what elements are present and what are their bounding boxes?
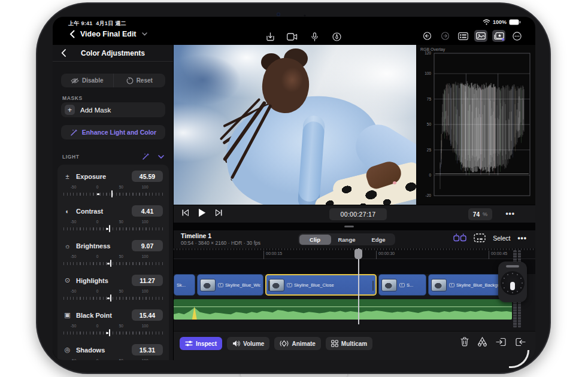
panel-back-icon[interactable] — [61, 49, 66, 57]
svg-text:25: 25 — [427, 148, 432, 152]
slider-thumb[interactable] — [110, 294, 111, 302]
effects-badge — [502, 38, 504, 41]
timeline-bottom-bar: InspectVolumeAnimateMulticam — [174, 331, 535, 360]
svg-text:-20: -20 — [426, 193, 432, 197]
connect-clips-icon[interactable] — [453, 233, 466, 242]
play-icon[interactable] — [198, 208, 206, 217]
blade-icon[interactable] — [477, 337, 487, 346]
timeline-clip[interactable]: Sk... — [174, 274, 195, 296]
timeline-clip[interactable]: S... — [378, 274, 426, 296]
overwrite-icon[interactable] — [515, 338, 526, 346]
svg-text:0: 0 — [429, 173, 431, 177]
slider-tick-labels: -50050100 — [63, 358, 163, 360]
jog-wheel-panel[interactable] — [498, 262, 527, 302]
import-icon[interactable] — [263, 31, 277, 42]
timeline-subtitle: 00:54 · 3840 × 2160 · HDR · 30 fps — [181, 240, 260, 246]
enhance-light-color-button[interactable]: Enhance Light and Color — [61, 125, 165, 139]
masks-section-label: MASKS — [62, 95, 83, 101]
transport-bar: 00:00:27:17 74% ••• — [174, 205, 535, 223]
slider-shadows[interactable]: ◎ Shadows 15.31 -50050100 — [63, 344, 163, 360]
back-icon[interactable] — [69, 30, 75, 38]
slider-value[interactable]: 4.41 — [132, 205, 163, 217]
light-auto-wand-icon[interactable] — [142, 153, 150, 160]
slider-value[interactable]: 9.07 — [132, 240, 163, 251]
next-frame-icon[interactable] — [216, 209, 222, 216]
project-title[interactable]: Video Final Edit — [80, 30, 137, 38]
playhead-handle[interactable] — [354, 249, 362, 259]
light-section-header[interactable]: LIGHT — [62, 153, 164, 160]
panel-title: Color Adjustments — [81, 49, 145, 57]
disable-button[interactable]: Disable — [61, 74, 114, 87]
jog-marker — [510, 282, 515, 290]
reset-button[interactable]: Reset — [114, 74, 166, 87]
inspect-button[interactable]: Inspect — [180, 337, 222, 350]
viewer-more-icon[interactable]: ••• — [505, 209, 515, 218]
timeline-clip[interactable]: Skyline_Blue_Wide — [197, 274, 263, 296]
mode-clip[interactable]: Clip — [299, 235, 331, 245]
main-toolbar: Video Final Edit — [53, 29, 535, 45]
timeline-clip[interactable]: Skyline_Blue_Close — [265, 274, 377, 296]
slider-exposure[interactable]: ± Exposure 45.59 -50050100 — [63, 171, 163, 197]
rgb-overlay-scope: RGB Overlay 1201007550250-20 — [416, 45, 535, 205]
slider-highlights[interactable]: ⊙ Highlights 11.27 -50050100 — [63, 275, 163, 301]
viewer-zoom-control[interactable]: 74% — [468, 208, 492, 220]
slider-thumb[interactable] — [111, 190, 113, 197]
slider-black-point[interactable]: ▣ Black Point 15.44 -50050100 — [63, 309, 163, 336]
photo-icon — [287, 283, 292, 287]
timecode-display[interactable]: 00:00:27:17 — [329, 208, 387, 220]
playhead-line[interactable] — [358, 248, 359, 324]
multicam-button[interactable]: Multicam — [326, 337, 372, 350]
pencil-tools-icon[interactable] — [330, 31, 343, 42]
inspector-panel-icon[interactable] — [456, 30, 469, 42]
volume-button[interactable]: Volume — [227, 337, 269, 350]
slider-track[interactable] — [63, 260, 163, 266]
ruler-label: 00:00:30 — [376, 251, 395, 259]
light-collapse-chevron-icon[interactable] — [158, 155, 164, 159]
clip-name: S... — [399, 282, 413, 288]
slider-thumb[interactable] — [109, 225, 110, 232]
slider-track[interactable] — [63, 295, 163, 301]
clip-name: Sk... — [177, 282, 186, 288]
slider-track[interactable] — [63, 330, 163, 336]
slider-label: Exposure — [76, 173, 127, 180]
jog-grip-handle[interactable] — [506, 265, 519, 267]
slider-track[interactable] — [63, 191, 163, 197]
audio-track[interactable] — [174, 299, 512, 320]
camera-icon[interactable] — [286, 31, 299, 42]
highlights-icon: ⊙ — [63, 276, 71, 284]
slider-brightness[interactable]: ☼ Brightness 9.07 -50050100 — [63, 240, 163, 266]
effects-browser-icon[interactable] — [492, 30, 505, 42]
eye-slash-icon — [71, 78, 79, 84]
select-button[interactable]: Select — [493, 235, 510, 242]
timeline-resize-handle[interactable] — [344, 226, 354, 227]
jog-dial[interactable] — [501, 271, 525, 295]
slider-contrast[interactable]: ◐ Contrast 4.41 -50050100 — [63, 205, 163, 232]
animate-button[interactable]: Animate — [274, 337, 320, 350]
black-point-icon: ▣ — [63, 311, 71, 319]
more-icon[interactable] — [510, 30, 523, 42]
mode-range[interactable]: Range — [331, 235, 363, 245]
redo-icon[interactable] — [438, 30, 451, 42]
exposure-icon: ± — [63, 173, 71, 180]
slider-track[interactable] — [63, 226, 163, 232]
mic-icon[interactable] — [308, 31, 321, 42]
insert-media-icon[interactable] — [496, 338, 507, 346]
previous-frame-icon[interactable] — [182, 209, 189, 216]
slider-value[interactable]: 15.31 — [132, 344, 163, 355]
mode-edge[interactable]: Edge — [363, 235, 395, 245]
timeline-more-icon[interactable]: ••• — [517, 234, 527, 242]
slider-value[interactable]: 15.44 — [132, 309, 163, 321]
placeholder-clip-icon[interactable] — [474, 233, 486, 242]
slider-thumb[interactable] — [110, 260, 111, 267]
photos-icon[interactable] — [474, 30, 487, 42]
color-adjustments-panel: Color Adjustments Disable Reset MASKS + … — [53, 45, 174, 360]
undo-icon[interactable] — [420, 30, 434, 42]
add-mask-button[interactable]: + Add Mask — [61, 102, 165, 117]
ipad-device-frame: 上午 9:41 4月1日 週二 100% Video Final Edit — [36, 2, 551, 374]
title-chevron-down-icon[interactable] — [142, 32, 147, 36]
slider-value[interactable]: 45.59 — [132, 171, 163, 182]
slider-thumb[interactable] — [109, 329, 110, 336]
slider-value[interactable]: 11.27 — [132, 275, 163, 286]
delete-icon[interactable] — [460, 337, 469, 346]
timeline-panel: Timeline 1 00:54 · 3840 × 2160 · HDR · 3… — [174, 230, 535, 360]
